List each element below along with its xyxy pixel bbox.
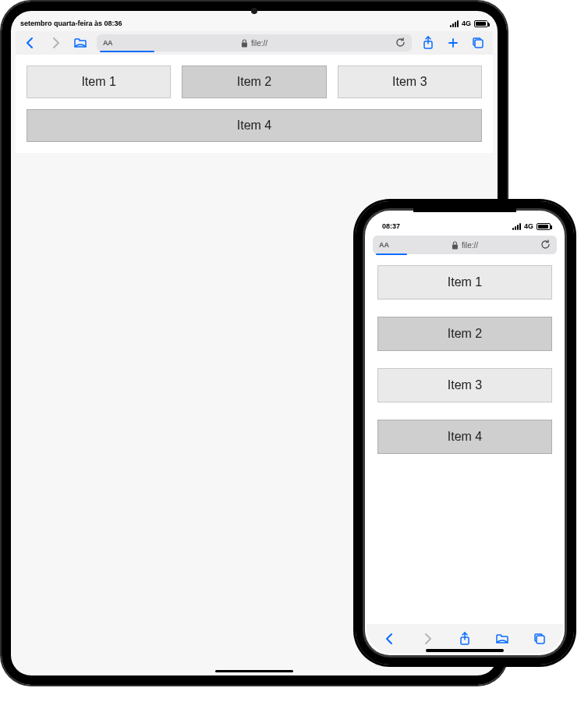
ipad-status-bar: setembro quarta-feira às 08:36 4G [16,16,493,31]
share-button[interactable] [420,34,437,51]
reader-aa-button[interactable]: AA [379,241,389,249]
signal-icon [450,20,459,27]
svg-rect-4 [475,40,483,48]
share-button[interactable] [456,630,473,647]
ipad-status-datetime: setembro quarta-feira às 08:36 [20,20,122,27]
back-button[interactable] [381,630,398,647]
iphone-home-indicator [426,649,504,652]
ipad-url-scheme: file:// [251,39,267,48]
ipad-home-indicator [215,670,293,672]
ipad-browser-toolbar: AA file:// [16,31,493,55]
ipad-page-content: Item 1 Item 2 Item 3 Item 4 [16,55,493,153]
list-item[interactable]: Item 2 [182,66,326,98]
list-item[interactable]: Item 2 [377,317,552,351]
reload-button[interactable] [540,239,551,251]
item-label: Item 4 [448,430,482,444]
lock-icon [452,241,459,250]
svg-rect-0 [242,42,247,47]
iphone-url-scheme: file:// [462,241,478,250]
reload-button[interactable] [395,37,406,49]
list-item[interactable]: Item 3 [338,66,482,98]
svg-rect-7 [537,636,544,644]
ipad-row-2: Item 4 [27,109,482,142]
iphone-screen: 08:37 4G AA file:// Item 1 Item 2 Item 3… [367,212,563,654]
tabs-button[interactable] [531,630,548,647]
item-label: Item 1 [81,75,115,89]
forward-button [419,630,436,647]
iphone-status-time: 08:37 [382,222,400,230]
list-item[interactable]: Item 4 [377,420,552,454]
iphone-page-content: Item 1 Item 2 Item 3 Item 4 [367,254,563,624]
reader-aa-button[interactable]: AA [103,39,112,47]
list-item[interactable]: Item 1 [27,66,171,98]
svg-rect-5 [452,244,458,249]
ipad-url-bar[interactable]: AA file:// [97,34,412,51]
bookmarks-button[interactable] [72,34,89,51]
new-tab-button[interactable] [445,34,462,51]
item-label: Item 3 [392,75,427,89]
item-label: Item 3 [448,378,482,392]
battery-icon [537,223,551,230]
iphone-status-bar: 08:37 4G [367,212,563,231]
signal-icon [512,223,521,230]
list-item[interactable]: Item 1 [377,265,552,300]
list-item[interactable]: Item 4 [27,109,482,142]
list-item[interactable]: Item 3 [377,368,552,402]
bookmarks-button[interactable] [494,630,511,647]
iphone-device: 08:37 4G AA file:// Item 1 Item 2 Item 3… [356,201,574,665]
ipad-status-network: 4G [462,20,471,27]
iphone-status-network: 4G [524,222,533,230]
forward-button [47,34,64,51]
item-label: Item 2 [237,75,271,89]
url-loading-indicator [100,51,154,52]
iphone-url-bar[interactable]: AA file:// [373,236,557,254]
item-label: Item 4 [237,119,271,133]
ipad-camera-icon [251,8,257,14]
url-loading-indicator [376,254,407,255]
back-button[interactable] [22,34,39,51]
tabs-button[interactable] [469,34,487,51]
lock-icon [241,39,248,48]
item-label: Item 2 [448,327,482,341]
item-label: Item 1 [448,275,482,289]
battery-icon [474,20,488,27]
ipad-row-1: Item 1 Item 2 Item 3 [27,66,482,98]
